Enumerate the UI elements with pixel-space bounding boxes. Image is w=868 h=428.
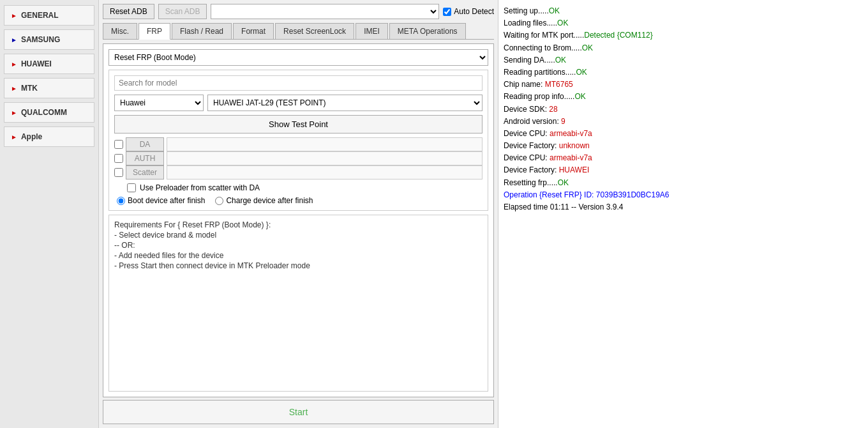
- arrow-icon: ►: [11, 61, 17, 68]
- file-btn-auth[interactable]: AUTH: [126, 151, 164, 165]
- log-line: Device Factory: unknown: [504, 140, 863, 152]
- requirements-box: Requirements For { Reset FRP (Boot Mode)…: [108, 215, 488, 392]
- file-checkbox-auth[interactable]: [114, 154, 123, 163]
- file-input-scatter[interactable]: [167, 165, 483, 180]
- tab-imei[interactable]: IMEI: [355, 23, 388, 39]
- log-line: Waiting for MTK port.....Detected {COM11…: [504, 29, 863, 42]
- auto-detect-label: Auto Detect: [443, 7, 494, 16]
- sidebar-item-general[interactable]: ►GENERAL: [4, 5, 94, 26]
- show-test-point-button[interactable]: Show Test Point: [114, 115, 483, 134]
- search-model-input[interactable]: [114, 75, 483, 91]
- file-checkbox-scatter[interactable]: [114, 168, 123, 177]
- sidebar-label: QUALCOMM: [21, 108, 67, 117]
- tab-format[interactable]: Format: [233, 23, 274, 39]
- auto-detect-checkbox[interactable]: [443, 8, 451, 16]
- charge-after-radio[interactable]: [215, 197, 223, 205]
- sidebar-item-huawei[interactable]: ►HUAWEI: [4, 54, 94, 74]
- start-btn-row: Start: [103, 400, 494, 424]
- requirements-line: - Press Start then connect device in MTK…: [114, 261, 483, 270]
- log-line: Elapsed time 01:11 -- Version 3.9.4: [504, 201, 863, 213]
- model-select[interactable]: HUAWEI JAT-L29 (TEST POINT): [207, 95, 483, 111]
- mode-select-row: Reset FRP (Boot Mode)Reset FRP (Fastboot…: [108, 49, 488, 66]
- arrow-icon: ►: [11, 12, 17, 19]
- file-row-scatter: Scatter: [114, 165, 483, 180]
- file-btn-da[interactable]: DA: [126, 137, 164, 151]
- sidebar-label: Apple: [21, 132, 42, 141]
- topbar: Reset ADB Scan ADB Auto Detect: [103, 4, 494, 19]
- file-row-da: DA: [114, 137, 483, 151]
- log-line: Device Factory: HUAWEI: [504, 164, 863, 176]
- sidebar-label: GENERAL: [21, 11, 59, 20]
- preloader-row: Use Preloader from scatter with DA: [114, 183, 483, 192]
- requirements-title: Requirements For { Reset FRP (Boot Mode)…: [114, 220, 483, 229]
- sidebar-label: SAMSUNG: [21, 35, 60, 44]
- log-line: Device CPU: armeabi-v7a: [504, 152, 863, 164]
- arrow-icon: ►: [11, 109, 17, 116]
- charge-after-text: Charge device after finish: [226, 196, 313, 205]
- tabs-row: Misc.FRPFlash / ReadFormatReset ScreenLo…: [103, 23, 494, 40]
- log-line: Reading prop info.....OK: [504, 91, 863, 103]
- requirements-line: -- OR:: [114, 241, 483, 250]
- log-line: Device CPU: armeabi-v7a: [504, 128, 863, 140]
- arrow-icon: ►: [11, 134, 17, 141]
- file-checkbox-da[interactable]: [114, 140, 123, 149]
- boot-after-text: Boot device after finish: [128, 196, 205, 205]
- log-line: Connecting to Brom.....OK: [504, 42, 863, 54]
- preloader-checkbox[interactable]: [127, 183, 136, 192]
- boot-options: Boot device after finish Charge device a…: [114, 196, 483, 205]
- log-line: Loading files.....OK: [504, 17, 863, 29]
- file-input-da[interactable]: [167, 137, 483, 151]
- tab-reset_screenlock[interactable]: Reset ScreenLock: [275, 23, 354, 39]
- requirements-line: - Add needed files for the device: [114, 251, 483, 260]
- model-area: Huawei Samsung MTK HUAWEI JAT-L29 (TEST …: [108, 70, 488, 211]
- file-rows-container: DA AUTH Scatter: [114, 137, 483, 180]
- tab-meta_operations[interactable]: META Operations: [389, 23, 466, 39]
- start-button[interactable]: Start: [103, 400, 494, 424]
- tab-flash_read[interactable]: Flash / Read: [172, 23, 232, 39]
- main-panel: Reset ADB Scan ADB Auto Detect Misc.FRPF…: [99, 0, 498, 428]
- tab-frp[interactable]: FRP: [138, 23, 170, 40]
- log-line: Reading partitions.....OK: [504, 66, 863, 79]
- file-btn-scatter[interactable]: Scatter: [126, 165, 164, 180]
- brand-model-row: Huawei Samsung MTK HUAWEI JAT-L29 (TEST …: [114, 95, 483, 111]
- sidebar: ►GENERAL►SAMSUNG►HUAWEI►MTK►QUALCOMM►App…: [0, 0, 99, 428]
- brand-select[interactable]: Huawei Samsung MTK: [114, 95, 204, 111]
- requirements-line: - Select device brand & model: [114, 231, 483, 240]
- boot-after-radio[interactable]: [117, 197, 125, 205]
- sidebar-item-qualcomm[interactable]: ►QUALCOMM: [4, 102, 94, 123]
- sidebar-item-samsung[interactable]: ►SAMSUNG: [4, 29, 94, 50]
- log-line: Sending DA.....OK: [504, 54, 863, 66]
- log-line: Android version: 9: [504, 116, 863, 128]
- log-line: Device SDK: 28: [504, 103, 863, 116]
- sidebar-label: HUAWEI: [21, 59, 52, 68]
- file-input-auth[interactable]: [167, 151, 483, 165]
- log-line: Setting up.....OK: [504, 5, 863, 17]
- log-line: Chip name: MT6765: [504, 79, 863, 91]
- sidebar-item-mtk[interactable]: ►MTK: [4, 78, 94, 98]
- log-line: Resetting frp.....OK: [504, 177, 863, 189]
- boot-after-label: Boot device after finish: [117, 196, 205, 205]
- port-select[interactable]: [211, 4, 439, 19]
- scan-adb-button[interactable]: Scan ADB: [158, 4, 207, 19]
- tab-misc[interactable]: Misc.: [103, 23, 137, 39]
- file-row-auth: AUTH: [114, 151, 483, 165]
- sidebar-item-apple[interactable]: ►Apple: [4, 126, 94, 147]
- charge-after-label: Charge device after finish: [215, 196, 313, 205]
- preloader-label: Use Preloader from scatter with DA: [140, 183, 260, 192]
- auto-detect-text: Auto Detect: [454, 7, 494, 16]
- content-panel: Reset FRP (Boot Mode)Reset FRP (Fastboot…: [103, 43, 494, 397]
- mode-select[interactable]: Reset FRP (Boot Mode)Reset FRP (Fastboot…: [108, 49, 488, 66]
- sidebar-label: MTK: [21, 84, 38, 93]
- log-panel: Setting up.....OKLoading files.....OKWai…: [498, 0, 868, 428]
- log-line: Operation {Reset FRP} ID: 7039B391D0BC19…: [504, 189, 863, 201]
- arrow-icon: ►: [11, 36, 17, 43]
- reset-adb-button[interactable]: Reset ADB: [103, 4, 154, 19]
- arrow-icon: ►: [11, 85, 17, 92]
